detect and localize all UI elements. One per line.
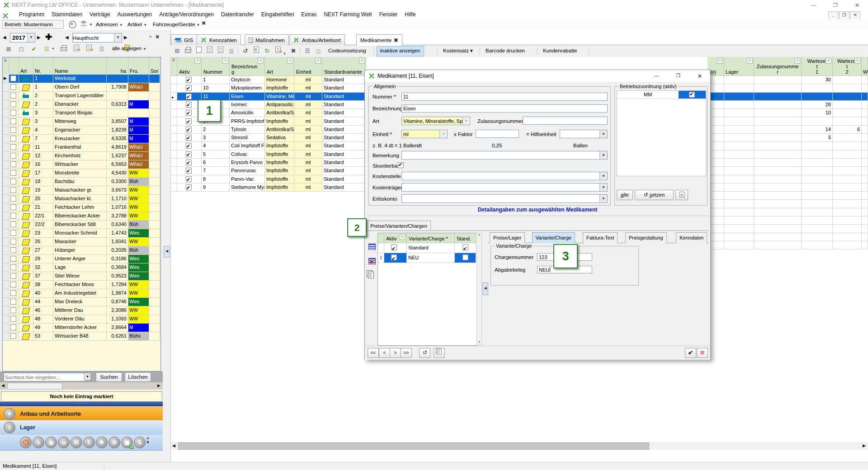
- med-cell[interactable]: [177, 150, 202, 159]
- lp-header-Nr.[interactable]: Nr.△: [33, 57, 53, 75]
- row-checkbox[interactable]: [10, 127, 16, 133]
- med-cell[interactable]: Hormone: [265, 76, 294, 84]
- variant-cell[interactable]: [384, 253, 407, 263]
- bemerkung-combo[interactable]: ▼: [401, 151, 608, 160]
- heating-icon[interactable]: ♨: [33, 437, 44, 448]
- aktiv-checkbox[interactable]: [186, 176, 192, 182]
- multi-select-icon[interactable]: ☰: [42, 44, 52, 54]
- med-cell[interactable]: [177, 84, 202, 92]
- row-checkbox[interactable]: [10, 110, 16, 116]
- aktiv-checkbox[interactable]: [186, 77, 192, 83]
- med-cell[interactable]: [177, 142, 202, 150]
- med-cell[interactable]: Oxytocin: [230, 76, 265, 84]
- variant-cell[interactable]: [378, 243, 384, 253]
- mdi-minimize-button[interactable]: _: [828, 11, 839, 19]
- med-cell[interactable]: 1: [202, 76, 230, 84]
- show-all-dropdown[interactable]: alle anzeigen ▼: [112, 46, 146, 51]
- med-cell[interactable]: ml: [294, 84, 322, 92]
- betrieb-row-label[interactable]: MM: [617, 91, 679, 99]
- menu-item-programm[interactable]: Programm: [15, 10, 48, 19]
- toolbar-button-codeumsetzung[interactable]: Codeumsetzung: [325, 46, 369, 56]
- tab-ma-nahmen[interactable]: Maßnahmen: [245, 34, 289, 45]
- med-cell[interactable]: Coli Impfstoff F: [230, 142, 265, 150]
- aktiv-checkbox[interactable]: [186, 110, 192, 116]
- structure-icon[interactable]: ⌘: [71, 437, 82, 448]
- row-checkbox[interactable]: [10, 273, 16, 279]
- med-cell[interactable]: [177, 134, 202, 142]
- panel-close-icon[interactable]: ✖: [156, 34, 159, 39]
- med-cell[interactable]: Mykoplasmen: [230, 84, 265, 92]
- panel-lager[interactable]: ▯ Lager: [0, 420, 163, 435]
- aktiv-checkbox[interactable]: [186, 143, 192, 149]
- med-row-ivomec[interactable]: Standard: [322, 101, 366, 109]
- menu-item-next-farming-welt[interactable]: NEXT Farming Welt: [320, 10, 375, 19]
- med-row-colivac[interactable]: Standard: [322, 150, 366, 159]
- field-row-bibereckacker-acker[interactable]: 22/1Bibereckacker Acker3,2788WW: [3, 212, 160, 221]
- field-row-mittlerer-dau[interactable]: 46Mittlerer Dau2,3086WW: [3, 306, 160, 315]
- field-row-transport-lagerst-tter[interactable]: 2Transport Lagerstätter: [3, 92, 160, 100]
- setzen-button[interactable]: ↺ setzen: [635, 190, 674, 200]
- med-cell[interactable]: 9: [202, 183, 230, 192]
- crop-selector[interactable]: Hauptfrucht▼: [72, 33, 122, 42]
- field-row-bachd-u[interactable]: 18Bachdäu0,3300Blüh: [3, 178, 160, 186]
- list-icon[interactable]: ☰: [303, 47, 312, 56]
- field-row-feichtacker-lehm[interactable]: 21Feichtacker Lehm1,0716WW: [3, 203, 160, 212]
- lp-header-Sor[interactable]: Sor: [149, 57, 160, 75]
- med-right-header-4[interactable]: Wartezeit2▼: [833, 57, 862, 76]
- row-checkbox[interactable]: [10, 153, 16, 159]
- med-cell[interactable]: ml: [294, 134, 322, 142]
- med-right-header-3[interactable]: Wartezeit1▼: [802, 57, 833, 76]
- lp-header-Name[interactable]: Name: [53, 57, 107, 75]
- adressen-dropdown[interactable]: Adressen ▼: [96, 20, 123, 30]
- new-document-icon[interactable]: [194, 47, 203, 56]
- filter-icon[interactable]: ▼: [794, 58, 800, 64]
- detail-tab-faktura-text[interactable]: Faktura-Text: [583, 232, 618, 243]
- variant-aktiv-checkbox[interactable]: [391, 254, 397, 260]
- search-button[interactable]: Suchen: [96, 372, 122, 382]
- tab-kennzahlen[interactable]: Kennzahlen: [197, 34, 241, 45]
- variant-standard-checkbox[interactable]: [462, 244, 468, 250]
- tree-dropdown-arrow[interactable]: ▼: [89, 23, 93, 27]
- panel-anbau[interactable]: ❈ Anbau und Arbeitsorte: [0, 406, 163, 421]
- med-cell[interactable]: ml: [294, 118, 322, 126]
- variant-header-Stand.[interactable]: Stand.: [455, 233, 476, 243]
- search-input[interactable]: [4, 373, 87, 381]
- field-row-moosbreite[interactable]: 17Moosbreite4,5430WW: [3, 169, 160, 178]
- med-right-header-5[interactable]: Wi: [862, 57, 868, 76]
- main-hscrollbar[interactable]: ◀ ▶: [171, 442, 868, 450]
- search-dropdown-icon[interactable]: ▼: [84, 373, 91, 381]
- aktiv-checkbox[interactable]: [186, 135, 192, 141]
- undo-icon[interactable]: ↺: [241, 47, 250, 56]
- field-row-wirtsacker[interactable]: 16Wirtsacker6,5653WRaU: [3, 160, 160, 169]
- field-row-wirtsacker-b48[interactable]: 53Wirtsacker B480,6261Blühx: [3, 332, 160, 341]
- kostenstelle-combo[interactable]: ▼: [401, 172, 608, 180]
- field-row-max-dreieck[interactable]: 44Max Dreieck0,8746Wies: [3, 298, 160, 306]
- med-cell[interactable]: Erysorb Parvo: [230, 159, 265, 167]
- menu-item-datentransfer[interactable]: Datentransfer: [217, 10, 258, 19]
- row-checkbox[interactable]: [10, 84, 16, 90]
- row-checkbox[interactable]: [10, 324, 16, 330]
- lp-header-Art[interactable]: Art: [19, 57, 33, 75]
- erloeskonto-combo[interactable]: ▼: [401, 194, 608, 203]
- menu-item-hilfe[interactable]: Hilfe: [401, 10, 419, 19]
- document-edit-icon[interactable]: [216, 47, 225, 56]
- apply-check-icon[interactable]: ✔: [29, 44, 39, 54]
- row-checkbox[interactable]: [10, 204, 16, 210]
- med-cell[interactable]: [177, 175, 202, 183]
- aktiv-checkbox[interactable]: [186, 151, 192, 157]
- row-checkbox[interactable]: [10, 213, 16, 219]
- toolbar-button-kostensatz[interactable]: Kostensatz ▾: [440, 46, 476, 56]
- row-checkbox[interactable]: [10, 239, 16, 244]
- field-row-moosacker-schmid[interactable]: 23Moosacker Schmid1,4743Wies: [3, 229, 160, 238]
- menu-item-extras[interactable]: Extras: [297, 10, 320, 19]
- field-row-obern-dorf[interactable]: 1Obern Dorf1,7908WRaU: [3, 83, 160, 92]
- med-cell[interactable]: Impfstoffe: [265, 150, 294, 159]
- aktiv-checkbox[interactable]: [186, 184, 192, 190]
- row-checkbox[interactable]: [10, 161, 16, 167]
- ok-button[interactable]: ✔: [685, 348, 696, 358]
- filter-icon[interactable]: ▼: [222, 58, 228, 64]
- delete-icon[interactable]: ✖: [289, 47, 298, 56]
- row-checkbox[interactable]: [10, 256, 16, 262]
- row-checkbox[interactable]: [10, 136, 16, 141]
- med-cell[interactable]: Antiparasitic: [265, 101, 294, 109]
